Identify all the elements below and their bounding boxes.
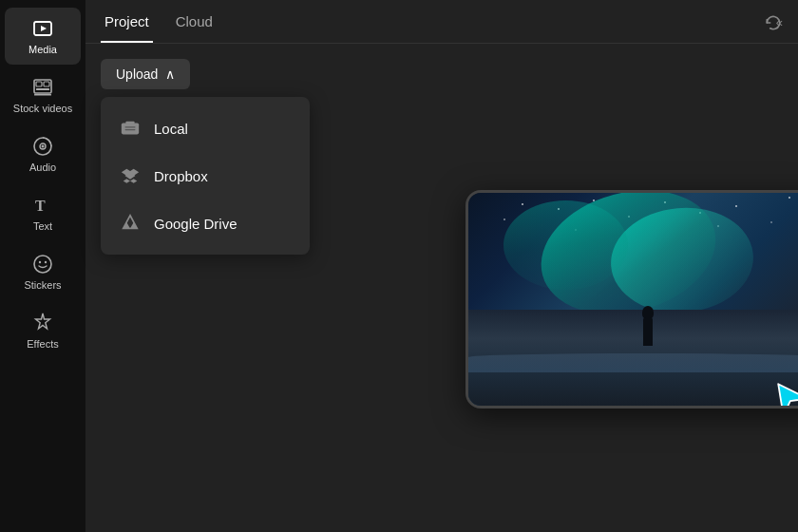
dropbox-icon [120,165,141,186]
refresh-icon [764,13,783,32]
svg-marker-18 [778,384,798,408]
svg-point-12 [39,261,41,263]
text-icon: T [31,194,54,217]
ground [468,310,798,406]
svg-rect-6 [34,94,51,96]
main-panel: Project Cloud « Upload ∧ Local [86,0,798,532]
upload-option-google-drive[interactable]: Google Drive [101,200,310,247]
tab-cloud[interactable]: Cloud [172,13,217,43]
upload-label: Upload [116,66,158,82]
sidebar-item-label-audio: Audio [29,162,56,173]
sidebar-item-label-effects: Effects [27,338,58,350]
person-silhouette [639,303,656,346]
upload-dropdown: Local Dropbox Go [101,97,310,255]
google-drive-icon [120,213,141,234]
preview-image [468,193,798,406]
sidebar: Media Stock videos Audio T Text [0,0,86,532]
audio-icon [31,135,54,158]
local-icon [120,118,141,139]
svg-rect-17 [125,129,136,130]
sidebar-item-effects[interactable]: Effects [5,302,81,359]
local-label: Local [154,121,188,137]
sidebar-item-stock-videos[interactable]: Stock videos [5,66,81,124]
svg-point-11 [34,256,51,273]
svg-rect-5 [36,88,49,90]
dropbox-label: Dropbox [154,168,208,184]
cursor-arrow [771,377,798,408]
tab-project[interactable]: Project [101,13,153,43]
sidebar-item-label-stickers: Stickers [24,279,61,291]
snow-highlight [468,353,798,372]
upload-option-local[interactable]: Local [101,104,310,152]
svg-rect-15 [125,122,134,125]
refresh-button[interactable] [764,13,783,36]
svg-marker-1 [41,26,47,31]
google-drive-label: Google Drive [154,216,238,232]
media-icon [31,17,54,40]
svg-rect-4 [44,82,49,86]
stock-videos-icon [31,76,54,99]
svg-point-9 [42,145,45,148]
sidebar-item-text[interactable]: T Text [5,184,81,241]
preview-image-container [466,190,798,408]
tab-bar: Project Cloud « [86,0,798,44]
upload-chevron: ∧ [165,66,175,82]
sidebar-item-audio[interactable]: Audio [5,125,81,182]
sidebar-item-media[interactable]: Media [5,8,81,65]
figure-body [643,317,653,346]
sidebar-item-stickers[interactable]: Stickers [5,243,81,300]
upload-option-dropbox[interactable]: Dropbox [101,152,310,200]
svg-text:T: T [35,198,46,214]
sidebar-item-label-text: Text [33,220,52,232]
aurora-band-3 [504,200,628,290]
svg-point-13 [45,261,47,263]
upload-button[interactable]: Upload ∧ [101,59,190,89]
effects-icon [31,312,54,334]
svg-rect-3 [36,82,42,86]
sidebar-item-label-stock-videos: Stock videos [13,103,72,114]
stickers-icon [31,253,54,276]
sidebar-item-label-media: Media [28,44,57,55]
svg-rect-16 [125,126,136,127]
